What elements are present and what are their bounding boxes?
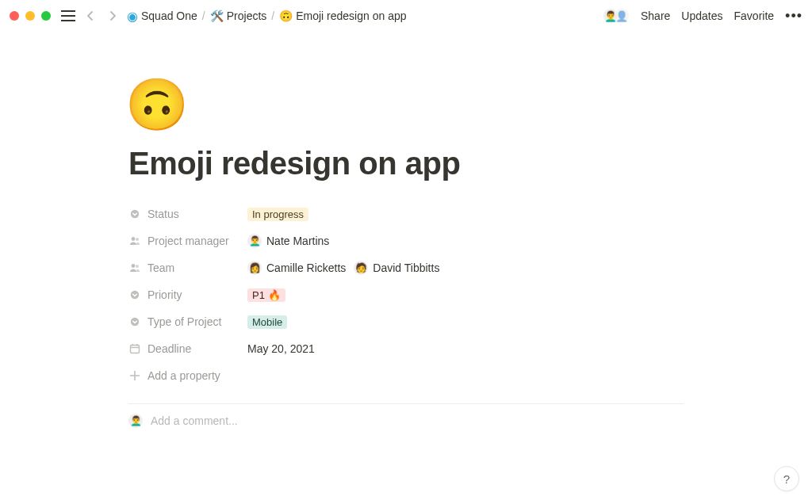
person: 👨‍🦱Nate Martins (247, 234, 329, 248)
person-name: Nate Martins (266, 235, 329, 247)
svg-rect-7 (131, 346, 140, 353)
property-label[interactable]: Team (128, 262, 247, 274)
person-name: Camille Ricketts (266, 262, 346, 274)
property-type-icon (128, 235, 141, 247)
property-label[interactable]: Type of Project (128, 315, 247, 328)
projects-icon: 🛠️ (210, 10, 224, 22)
plus-icon (128, 369, 141, 382)
topbar: ◉ Squad One / 🛠️ Projects / 🙃 Emoji rede… (0, 0, 812, 32)
comment-input[interactable] (151, 414, 684, 427)
nav-back[interactable] (82, 8, 98, 24)
breadcrumb-item-current[interactable]: 🙃 Emoji redesign on app (279, 10, 406, 22)
window-controls (10, 11, 51, 21)
breadcrumb-sep: / (271, 10, 274, 22)
breadcrumb-label: Projects (227, 10, 267, 22)
property-row: StatusIn progress (128, 200, 684, 227)
avatar: 👨‍🦱 (247, 234, 262, 248)
tag: In progress (247, 208, 308, 221)
property-label[interactable]: Project manager (128, 235, 247, 247)
property-value[interactable]: 👨‍🦱Nate Martins (247, 234, 684, 248)
svg-point-1 (132, 237, 136, 241)
property-label-text: Priority (147, 288, 182, 301)
property-row: DeadlineMay 20, 2021 (128, 335, 684, 362)
svg-point-6 (131, 318, 139, 326)
svg-point-2 (136, 238, 139, 241)
window-minimize[interactable] (25, 11, 35, 21)
hamburger-icon[interactable] (60, 8, 76, 24)
property-label-text: Team (147, 262, 174, 274)
presence-avatars[interactable]: 👨‍🦱 👤 (603, 8, 630, 24)
person: 🧑David Tibbitts (354, 261, 439, 275)
property-label-text: Type of Project (147, 315, 221, 328)
property-value[interactable]: Mobile (247, 315, 684, 329)
property-label[interactable]: Deadline (128, 342, 247, 355)
updates-button[interactable]: Updates (681, 10, 722, 22)
property-type-icon (128, 288, 141, 301)
breadcrumb-item-workspace[interactable]: ◉ Squad One (127, 9, 197, 24)
property-label-text: Project manager (147, 235, 229, 247)
comment-avatar: 👨‍🦱 (128, 414, 143, 428)
add-property-button[interactable]: Add a property (128, 362, 684, 389)
property-type-icon (128, 342, 141, 355)
svg-point-5 (131, 291, 139, 299)
person: 👩Camille Ricketts (247, 261, 346, 275)
property-label[interactable]: Status (128, 208, 247, 220)
page-icon[interactable]: 🙃 (125, 79, 684, 130)
avatar: 🧑 (354, 261, 368, 275)
svg-point-0 (131, 210, 139, 218)
property-list: StatusIn progressProject manager👨‍🦱Nate … (128, 200, 684, 362)
property-row: Type of ProjectMobile (128, 308, 684, 335)
comment-row: 👨‍🦱 (128, 404, 684, 437)
property-type-icon (128, 315, 141, 328)
property-value[interactable]: 👩Camille Ricketts🧑David Tibbitts (247, 261, 684, 275)
svg-point-3 (132, 264, 136, 268)
topbar-right: 👨‍🦱 👤 Share Updates Favorite ••• (603, 8, 802, 25)
property-label[interactable]: Priority (128, 288, 247, 301)
property-row: Project manager👨‍🦱Nate Martins (128, 227, 684, 254)
svg-point-4 (136, 265, 139, 268)
window-close[interactable] (10, 11, 19, 21)
person-name: David Tibbitts (373, 262, 439, 274)
help-button[interactable]: ? (774, 466, 799, 491)
more-menu-icon[interactable]: ••• (785, 8, 802, 25)
breadcrumb-item-projects[interactable]: 🛠️ Projects (210, 10, 267, 22)
page-icon-small: 🙃 (279, 10, 293, 22)
workspace-icon: ◉ (127, 9, 138, 24)
tag: Mobile (247, 315, 287, 329)
page-content: 🙃 Emoji redesign on app StatusIn progres… (128, 32, 684, 437)
breadcrumb: ◉ Squad One / 🛠️ Projects / 🙃 Emoji rede… (127, 9, 407, 24)
add-property-label: Add a property (147, 369, 220, 382)
breadcrumb-label: Squad One (141, 10, 197, 22)
avatar: 👤 (614, 8, 630, 24)
property-label-text: Deadline (147, 342, 191, 355)
window-zoom[interactable] (41, 11, 51, 21)
avatar: 👩 (247, 261, 262, 275)
tag: P1 🔥 (247, 288, 285, 302)
property-type-icon (128, 208, 141, 220)
property-value[interactable]: May 20, 2021 (247, 342, 684, 355)
property-text: May 20, 2021 (247, 342, 315, 355)
property-value[interactable]: P1 🔥 (247, 288, 684, 302)
property-value[interactable]: In progress (247, 208, 684, 221)
property-type-icon (128, 262, 141, 274)
breadcrumb-sep: / (202, 10, 205, 22)
share-button[interactable]: Share (641, 10, 670, 22)
favorite-button[interactable]: Favorite (734, 10, 775, 22)
property-row: Team👩Camille Ricketts🧑David Tibbitts (128, 254, 684, 281)
property-label-text: Status (147, 208, 179, 220)
page-title[interactable]: Emoji redesign on app (128, 146, 684, 181)
property-row: PriorityP1 🔥 (128, 281, 684, 308)
nav-forward[interactable] (105, 8, 121, 24)
breadcrumb-label: Emoji redesign on app (296, 10, 406, 22)
